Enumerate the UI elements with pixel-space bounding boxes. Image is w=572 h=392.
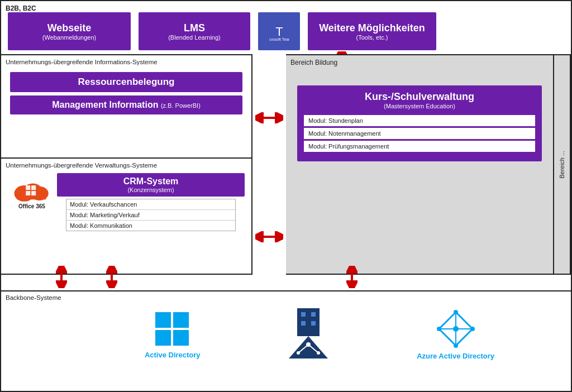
server-icon-group [286,305,331,358]
svg-point-49 [470,327,475,331]
h-arrow-info [255,112,283,123]
kurs-module-list: Modul: Stundenplan Modul: Notenmanagemen… [304,115,535,152]
far-right-panel: Bereich ... [554,54,571,275]
svg-rect-11 [31,185,36,190]
arrow-office365-down [56,266,67,290]
svg-text:Microsoft Teams: Microsoft Teams [269,37,289,41]
arrow-info [255,112,283,126]
management-title: Management Information [52,100,158,109]
arrow-bildung-down [346,266,358,290]
svg-rect-31 [155,330,171,346]
bildung-label: Bereich Bildung [286,55,553,69]
azure-ad-group: Azure Active Directory [417,309,494,360]
svg-point-48 [454,310,458,314]
right-panel: Bereich Bildung Kurs-/Schulverwaltung (M… [286,54,554,275]
crm-module-1: Modul: Verkaufschancen [66,199,235,210]
middle-section: Unternehmungs-übergreifende Informations… [1,54,571,275]
svg-rect-13 [31,191,36,195]
svg-rect-29 [155,312,171,328]
h-arrow-verwaltungs [255,231,283,242]
crm-title: CRM-System [123,176,179,186]
b2b-label: B2B, B2C [6,4,36,12]
svg-text:T: T [275,25,283,39]
management-block: Management Information (z.B. PowerBI) [10,95,242,114]
svg-point-47 [453,326,459,332]
active-directory-group: Active Directory [145,311,201,359]
teams-box: T Microsoft Teams [258,12,300,50]
ressourcen-block: Ressourcenbelegung [10,72,242,92]
webseite-box: Webseite (Webanmeldungen) [8,12,131,50]
svg-rect-30 [173,312,189,328]
verwaltungs-systems: Unternehmungs-übergreifende Verwaltungs-… [1,159,251,276]
svg-rect-35 [301,312,306,317]
azure-ad-icon [436,309,475,348]
svg-rect-33 [297,308,320,336]
lms-subtitle: (Blended Learning) [168,34,221,41]
svg-rect-36 [311,312,316,317]
svg-rect-10 [26,185,30,190]
v-arrow-office365 [56,266,67,288]
ressourcen-title: Ressourcenbelegung [78,77,175,87]
kurs-box: Kurs-/Schulverwaltung (Mastersystem Educ… [297,85,542,161]
main-container: B2B, B2C Webseite (Webanmeldungen) LMS (… [0,0,572,392]
active-directory-label: Active Directory [145,351,201,359]
webseite-title: Webseite [47,22,92,34]
office365-label: Office 365 [18,203,45,209]
kurs-title: Kurs-/Schulverwaltung [304,91,535,103]
kurs-subtitle: (Mastersystem Education) [304,103,535,109]
svg-rect-12 [26,191,30,195]
lms-box: LMS (Blended Learning) [139,12,250,50]
bottom-section: Backbone-Systeme Active Directory [1,290,571,391]
weitere-title: Weitere Möglichkeiten [319,22,425,34]
verwaltungs-label: Unternehmungs-übergreifende Verwaltungs-… [1,159,251,171]
teams-icon: T Microsoft Teams [269,21,289,41]
crm-subtitle: (Konzernsystem) [61,187,240,193]
weitere-subtitle: (Tools, etc.) [356,34,388,41]
management-subtitle: (z.B. PowerBI) [161,102,201,109]
crm-module-2: Modul: Marketing/Verkauf [66,210,235,221]
arrow-verwaltungs [255,231,283,245]
top-row: Webseite (Webanmeldungen) LMS (Blended L… [1,12,571,50]
crm-office-row: Office 365 CRM-System (Konzernsystem) Mo… [1,173,251,232]
weitere-box: Weitere Möglichkeiten (Tools, etc.) [308,12,436,50]
backbone-label: Backbone-Systeme [1,291,571,304]
office365-area: Office 365 [7,174,57,209]
svg-point-50 [454,343,458,348]
crm-module-3: Modul: Kommunikation [66,221,235,231]
crm-block: CRM-System (Konzernsystem) [57,173,245,197]
middle-arrows [252,54,286,275]
v-arrow-crm [106,266,117,288]
server-icon [286,305,331,358]
v-arrow-bildung [346,266,358,288]
crm-module-list: Modul: Verkaufschancen Modul: Marketing/… [66,199,236,231]
webseite-subtitle: (Webanmeldungen) [42,34,96,41]
info-systems: Unternehmungs-übergreifende Informations… [1,55,251,159]
svg-point-51 [437,327,441,331]
lms-title: LMS [184,22,205,34]
bereich-dots-label: Bereich ... [559,151,565,179]
svg-marker-34 [289,336,328,358]
kurs-module-2: Modul: Notenmanagement [304,128,535,139]
bottom-content: Active Directory [1,304,571,366]
office365-cloud-icon [12,174,52,202]
kurs-module-3: Modul: Prüfungsmanagement [304,141,535,152]
svg-rect-38 [311,321,316,326]
windows-icon [154,311,190,347]
left-panel: Unternehmungs-übergreifende Informations… [1,54,252,275]
kurs-module-1: Modul: Stundenplan [304,115,535,126]
svg-rect-37 [301,321,306,326]
azure-ad-label: Azure Active Directory [417,352,494,360]
info-systems-label: Unternehmungs-übergreifende Informations… [1,55,251,68]
svg-rect-32 [173,330,189,346]
crm-area: CRM-System (Konzernsystem) Modul: Verkau… [57,173,245,232]
arrow-crm-down [106,266,117,290]
